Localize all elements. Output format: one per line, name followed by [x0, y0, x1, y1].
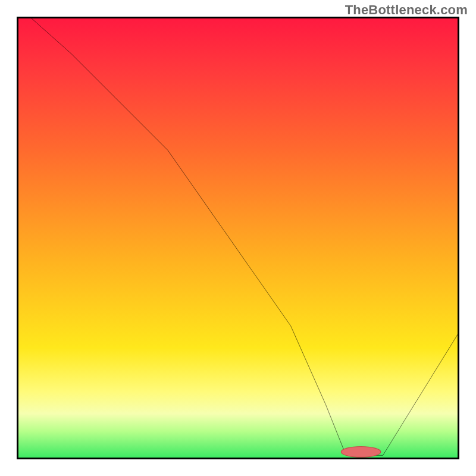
- watermark-text: TheBottleneck.com: [345, 2, 468, 18]
- optimal-marker: [18, 18, 458, 458]
- chart-frame: TheBottleneck.com: [0, 0, 476, 476]
- plot-area: [17, 17, 459, 459]
- marker-pill: [341, 447, 380, 458]
